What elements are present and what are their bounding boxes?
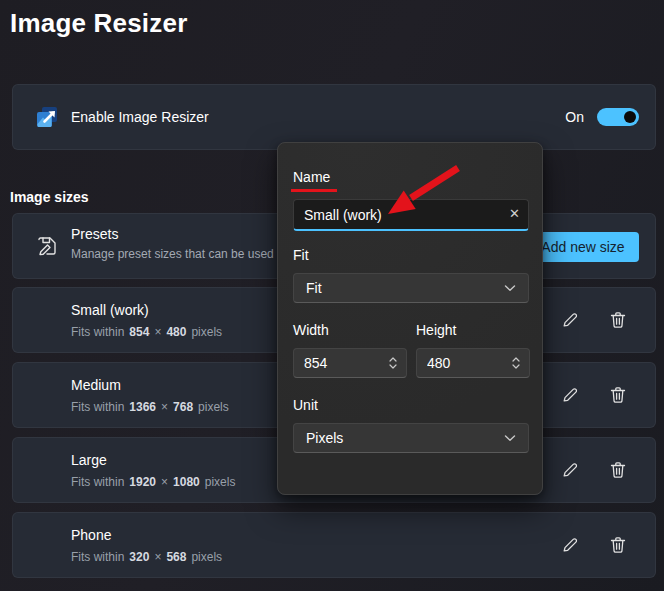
pencil-icon bbox=[561, 311, 579, 329]
width-numberbox bbox=[293, 348, 407, 378]
fits-prefix: Fits within bbox=[71, 325, 124, 339]
size-name: Medium bbox=[71, 377, 121, 393]
enable-card: Enable Image Resizer On bbox=[12, 84, 656, 150]
times-glyph: × bbox=[154, 550, 161, 564]
unit-suffix: pixels bbox=[205, 475, 236, 489]
annotation-red-arrow bbox=[380, 158, 470, 224]
toggle-state-label: On bbox=[565, 109, 584, 125]
size-row-phone: Phone Fits within 320 × 568 pixels bbox=[12, 512, 656, 578]
trash-icon bbox=[610, 536, 626, 554]
size-width: 1366 bbox=[129, 400, 156, 414]
fit-label: Fit bbox=[293, 247, 309, 263]
trash-icon bbox=[610, 461, 626, 479]
fits-prefix: Fits within bbox=[71, 475, 124, 489]
fits-prefix: Fits within bbox=[71, 550, 124, 564]
height-numberbox bbox=[416, 348, 530, 378]
size-height: 568 bbox=[166, 550, 186, 564]
trash-icon bbox=[610, 386, 626, 404]
size-width: 320 bbox=[129, 550, 149, 564]
edit-size-button[interactable] bbox=[555, 305, 585, 335]
size-name: Phone bbox=[71, 527, 111, 543]
fits-prefix: Fits within bbox=[71, 400, 124, 414]
size-description: Fits within 1920 × 1080 pixels bbox=[71, 475, 235, 489]
trash-icon bbox=[610, 311, 626, 329]
add-new-size-button[interactable]: Add new size bbox=[527, 232, 639, 262]
name-label: Name bbox=[293, 169, 330, 185]
image-resizer-settings-page: Image Resizer Enable Image Resizer On Im… bbox=[0, 0, 664, 591]
times-glyph: × bbox=[154, 325, 161, 339]
delete-size-button[interactable] bbox=[603, 455, 633, 485]
delete-size-button[interactable] bbox=[603, 530, 633, 560]
delete-size-button[interactable] bbox=[603, 305, 633, 335]
toggle-knob bbox=[624, 111, 636, 123]
times-glyph: × bbox=[161, 400, 168, 414]
enable-toggle[interactable] bbox=[597, 108, 639, 126]
image-resizer-logo-icon bbox=[34, 104, 60, 130]
edit-size-button[interactable] bbox=[555, 530, 585, 560]
number-stepper-icon[interactable] bbox=[511, 355, 521, 371]
clear-text-icon[interactable]: ✕ bbox=[509, 206, 520, 222]
size-name: Large bbox=[71, 452, 107, 468]
pencil-icon bbox=[561, 461, 579, 479]
page-title: Image Resizer bbox=[10, 8, 187, 39]
unit-suffix: pixels bbox=[198, 400, 229, 414]
size-width: 854 bbox=[129, 325, 149, 339]
unit-select[interactable]: Pixels bbox=[293, 423, 529, 453]
size-description: Fits within 320 × 568 pixels bbox=[71, 550, 222, 564]
unit-suffix: pixels bbox=[191, 550, 222, 564]
annotation-red-underline bbox=[291, 189, 337, 192]
width-input[interactable] bbox=[294, 355, 364, 371]
unit-select-value: Pixels bbox=[306, 430, 343, 446]
presets-subtitle: Manage preset sizes that can be used i bbox=[71, 247, 280, 261]
size-height: 1080 bbox=[173, 475, 200, 489]
fit-select[interactable]: Fit bbox=[293, 273, 529, 303]
chevron-down-icon bbox=[504, 284, 516, 292]
width-label: Width bbox=[293, 322, 329, 338]
pencil-icon bbox=[561, 536, 579, 554]
number-stepper-icon[interactable] bbox=[388, 355, 398, 371]
size-description: Fits within 1366 × 768 pixels bbox=[71, 400, 229, 414]
times-glyph: × bbox=[161, 475, 168, 489]
enable-label: Enable Image Resizer bbox=[71, 109, 209, 125]
unit-label: Unit bbox=[293, 397, 318, 413]
height-label: Height bbox=[416, 322, 456, 338]
pencil-icon bbox=[561, 386, 579, 404]
section-header-image-sizes: Image sizes bbox=[10, 189, 89, 205]
edit-size-button[interactable] bbox=[555, 380, 585, 410]
delete-size-button[interactable] bbox=[603, 380, 633, 410]
size-width: 1920 bbox=[129, 475, 156, 489]
presets-title: Presets bbox=[71, 226, 118, 242]
fit-select-value: Fit bbox=[306, 280, 322, 296]
chevron-down-icon bbox=[504, 434, 516, 442]
unit-suffix: pixels bbox=[191, 325, 222, 339]
toggle-area: On bbox=[565, 108, 639, 126]
size-height: 480 bbox=[166, 325, 186, 339]
size-description: Fits within 854 × 480 pixels bbox=[71, 325, 222, 339]
size-height: 768 bbox=[173, 400, 193, 414]
size-name: Small (work) bbox=[71, 302, 149, 318]
presets-save-icon bbox=[36, 235, 58, 257]
height-input[interactable] bbox=[417, 355, 487, 371]
edit-size-button[interactable] bbox=[555, 455, 585, 485]
